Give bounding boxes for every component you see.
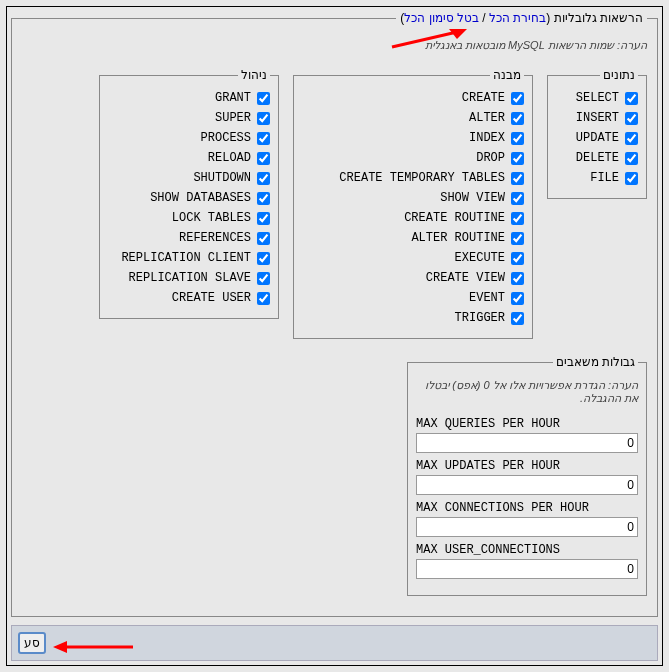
permission-checkbox[interactable] [257, 212, 270, 225]
permission-checkbox[interactable] [511, 232, 524, 245]
permission-checkbox[interactable] [511, 172, 524, 185]
permission-row: REPLICATION CLIENT [108, 248, 270, 268]
permission-checkbox[interactable] [511, 152, 524, 165]
data-group-legend: נתונים [600, 68, 638, 82]
permission-checkbox[interactable] [625, 92, 638, 105]
permission-label: ALTER [469, 111, 505, 125]
permission-row: EXECUTE [302, 248, 524, 268]
permission-row: ALTER [302, 108, 524, 128]
permission-checkbox[interactable] [257, 152, 270, 165]
resource-limits-group: גבולות משאבים הערה: הגדרת אפשרויות אלו א… [407, 355, 647, 596]
admin-privileges-group: ניהול GRANTSUPERPROCESSRELOADSHUTDOWNSHO… [99, 68, 279, 319]
data-privileges-group: נתונים SELECTINSERTUPDATEDELETEFILE [547, 68, 647, 199]
permission-checkbox[interactable] [625, 152, 638, 165]
permission-checkbox[interactable] [511, 292, 524, 305]
permission-checkbox[interactable] [257, 272, 270, 285]
permission-label: LOCK TABLES [172, 211, 251, 225]
permission-label: REPLICATION SLAVE [129, 271, 251, 285]
permission-label: CREATE ROUTINE [404, 211, 505, 225]
permission-row: CREATE VIEW [302, 268, 524, 288]
limit-input[interactable] [416, 559, 638, 579]
permission-row: SUPER [108, 108, 270, 128]
permission-row: INSERT [556, 108, 638, 128]
permission-label: TRIGGER [455, 311, 505, 325]
permission-checkbox[interactable] [625, 112, 638, 125]
permission-checkbox[interactable] [511, 132, 524, 145]
permission-row: GRANT [108, 88, 270, 108]
permission-label: SUPER [215, 111, 251, 125]
permission-checkbox[interactable] [511, 112, 524, 125]
permission-row: DROP [302, 148, 524, 168]
permission-label: DELETE [576, 151, 619, 165]
permission-checkbox[interactable] [257, 112, 270, 125]
permission-checkbox[interactable] [257, 232, 270, 245]
permission-row: RELOAD [108, 148, 270, 168]
permission-label: FILE [590, 171, 619, 185]
limits-note: הערה: הגדרת אפשרויות אלו אל 0 (אפס) יבטל… [416, 379, 638, 405]
limit-input[interactable] [416, 433, 638, 453]
permission-label: UPDATE [576, 131, 619, 145]
permission-row: CREATE TEMPORARY TABLES [302, 168, 524, 188]
permission-row: SHUTDOWN [108, 168, 270, 188]
permission-label: CREATE USER [172, 291, 251, 305]
permission-checkbox[interactable] [625, 132, 638, 145]
permission-row: EVENT [302, 288, 524, 308]
permission-checkbox[interactable] [257, 92, 270, 105]
legend-prefix: הרשאות גלובליות ( [546, 11, 643, 25]
permission-label: SHUTDOWN [193, 171, 251, 185]
permission-row: UPDATE [556, 128, 638, 148]
permission-checkbox[interactable] [257, 132, 270, 145]
permission-checkbox[interactable] [511, 192, 524, 205]
permission-checkbox[interactable] [257, 292, 270, 305]
permission-row: DELETE [556, 148, 638, 168]
permission-label: ALTER ROUTINE [411, 231, 505, 245]
permission-label: REPLICATION CLIENT [121, 251, 251, 265]
permission-row: FILE [556, 168, 638, 188]
limit-label: MAX CONNECTIONS PER HOUR [416, 501, 638, 515]
permission-checkbox[interactable] [257, 172, 270, 185]
permission-row: LOCK TABLES [108, 208, 270, 228]
permission-checkbox[interactable] [511, 312, 524, 325]
permission-row: CREATE ROUTINE [302, 208, 524, 228]
permission-label: PROCESS [201, 131, 251, 145]
submit-button[interactable]: סע [18, 632, 46, 654]
limit-label: MAX USER_CONNECTIONS [416, 543, 638, 557]
permission-row: REFERENCES [108, 228, 270, 248]
permission-row: INDEX [302, 128, 524, 148]
permission-checkbox[interactable] [511, 252, 524, 265]
permission-label: CREATE [462, 91, 505, 105]
select-all-link[interactable]: בחירת הכל [489, 11, 546, 25]
privilege-groups-row: נתונים SELECTINSERTUPDATEDELETEFILE מבנה… [22, 68, 647, 339]
permission-row: SHOW DATABASES [108, 188, 270, 208]
permission-row: REPLICATION SLAVE [108, 268, 270, 288]
permission-label: SHOW DATABASES [150, 191, 251, 205]
limit-row: MAX CONNECTIONS PER HOUR [416, 501, 638, 537]
limit-input[interactable] [416, 517, 638, 537]
permission-checkbox[interactable] [511, 212, 524, 225]
permission-label: GRANT [215, 91, 251, 105]
limit-input[interactable] [416, 475, 638, 495]
deselect-all-link[interactable]: בטל סימון הכל [404, 11, 479, 25]
global-privileges-legend: הרשאות גלובליות (בחירת הכל / בטל סימון ה… [396, 11, 647, 25]
permission-row: CREATE USER [108, 288, 270, 308]
privileges-note: הערה: שמות הרשאות MySQL מובטאות באנגלית [22, 39, 647, 52]
limit-row: MAX USER_CONNECTIONS [416, 543, 638, 579]
permission-checkbox[interactable] [511, 92, 524, 105]
admin-group-legend: ניהול [238, 68, 270, 82]
permission-label: DROP [476, 151, 505, 165]
limit-row: MAX QUERIES PER HOUR [416, 417, 638, 453]
limit-row: MAX UPDATES PER HOUR [416, 459, 638, 495]
permission-label: INDEX [469, 131, 505, 145]
limits-group-legend: גבולות משאבים [553, 355, 638, 369]
permission-checkbox[interactable] [625, 172, 638, 185]
structure-privileges-group: מבנה CREATEALTERINDEXDROPCREATE TEMPORAR… [293, 68, 533, 339]
permission-checkbox[interactable] [257, 192, 270, 205]
permission-checkbox[interactable] [257, 252, 270, 265]
permission-label: REFERENCES [179, 231, 251, 245]
global-privileges-fieldset: הרשאות גלובליות (בחירת הכל / בטל סימון ה… [11, 11, 658, 617]
permission-checkbox[interactable] [511, 272, 524, 285]
permission-label: SHOW VIEW [440, 191, 505, 205]
structure-group-legend: מבנה [490, 68, 524, 82]
panel: הרשאות גלובליות (בחירת הכל / בטל סימון ה… [6, 6, 663, 666]
limit-label: MAX QUERIES PER HOUR [416, 417, 638, 431]
